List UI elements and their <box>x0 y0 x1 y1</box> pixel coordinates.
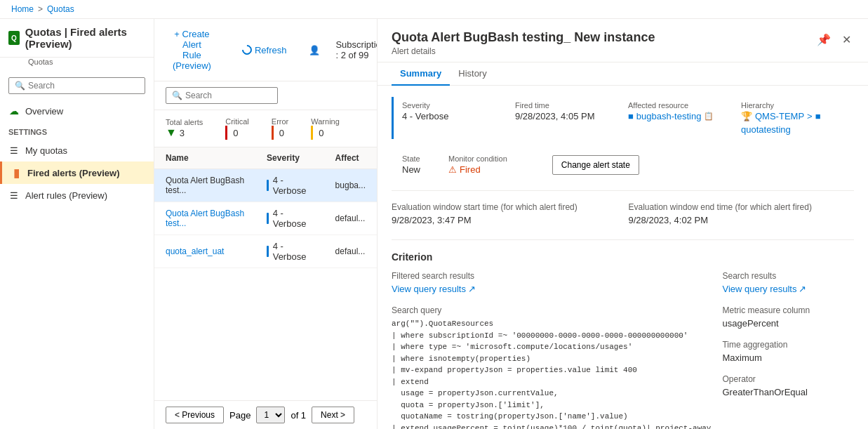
state-row: State New Monitor condition ⚠ Fired Chan… <box>392 150 854 179</box>
copy-icon[interactable]: 📋 <box>704 112 714 121</box>
hierarchy-value1[interactable]: QMS-TEMP <box>755 111 804 121</box>
list-icon: ☰ <box>8 145 20 156</box>
warning-value: 0 <box>319 128 323 138</box>
pin-button[interactable]: 📌 <box>814 30 834 49</box>
right-panel-subtitle: Alert details <box>392 46 814 56</box>
cell-severity: 4 - Verbose <box>255 169 324 202</box>
eval-start: Evaluation window start time (for which … <box>392 202 617 225</box>
external-link-icon2: ↗ <box>799 284 806 294</box>
rules-icon: ☰ <box>8 190 20 201</box>
breadcrumb-sep1: > <box>38 4 43 14</box>
subscription-value: 2 of 99 <box>341 50 369 60</box>
toolbar: + Create Alert Rule (Preview) Refresh 👤 … <box>154 19 377 81</box>
right-panel-body: Severity 4 - Verbose Fired time 9/28/202… <box>378 86 868 429</box>
table-header-row: Name Severity Affect <box>154 147 377 169</box>
quota-icon2: ■ <box>815 111 821 121</box>
breadcrumb-home[interactable]: Home <box>11 4 34 14</box>
criterion-title: Criterion <box>392 251 854 263</box>
sidebar-item-overview[interactable]: ☁ Overview <box>0 100 154 122</box>
external-link-icon: ↗ <box>468 284 476 294</box>
severity-indicator <box>267 213 269 224</box>
trophy-icon: 🏆 <box>741 111 752 121</box>
sidebar-search-box[interactable]: 🔍 <box>8 77 145 94</box>
tab-summary[interactable]: Summary <box>392 62 450 86</box>
filtered-search-link[interactable]: View query results ↗ <box>392 284 476 294</box>
list-search-icon: 🔍 <box>172 91 182 100</box>
warning-icon: ⚠ <box>448 164 457 175</box>
col-affect: Affect <box>324 147 377 169</box>
sidebar-item-fired-alerts[interactable]: ▮ Fired alerts (Preview) <box>0 161 154 184</box>
detail-hierarchy: Hierarchy 🏆 QMS-TEMP > ■ quotatesting <box>741 97 854 139</box>
error-value: 0 <box>279 128 284 138</box>
error-indicator <box>272 126 274 140</box>
state-value: New <box>402 164 420 175</box>
search-icon: 🔍 <box>15 81 25 91</box>
crit-operator: Operator GreaterThanOrEqual <box>722 374 854 397</box>
hierarchy-value2[interactable]: quotatesting <box>741 124 791 135</box>
eval-end: Evaluation window end time (for which al… <box>629 202 855 225</box>
eval-window: Evaluation window start time (for which … <box>392 190 854 225</box>
tab-history[interactable]: History <box>450 62 495 86</box>
detail-monitor-condition: Monitor condition ⚠ Fired <box>448 150 519 179</box>
critical-value: 0 <box>233 128 238 138</box>
sidebar-item-label-overview: Overview <box>25 106 63 117</box>
table-row[interactable]: Quota Alert BugBash test... 4 - Verbose … <box>154 169 377 202</box>
pagination: < Previous Page 1 of 1 Next > <box>154 400 377 429</box>
sidebar-item-label-alert-rules: Alert rules (Preview) <box>25 190 107 201</box>
cell-name[interactable]: quota_alert_uat <box>154 235 255 268</box>
next-button[interactable]: Next > <box>312 407 354 423</box>
cell-severity: 4 - Verbose <box>255 235 324 268</box>
col-severity: Severity <box>255 147 324 169</box>
severity-bar: 4 - Verbose <box>267 208 313 229</box>
sidebar-search-container: 🔍 <box>0 72 154 100</box>
affected-resource-value: bugbash-testing <box>636 111 702 121</box>
of-label: of 1 <box>291 410 306 421</box>
sidebar-item-alert-rules[interactable]: ☰ Alert rules (Preview) <box>0 184 154 206</box>
total-icon: ▼ <box>166 126 177 139</box>
cell-name: Quota Alert BugBash test... <box>154 169 255 202</box>
sidebar-item-label-fired-alerts: Fired alerts (Preview) <box>27 168 120 178</box>
list-search-box[interactable]: 🔍 <box>166 87 278 104</box>
warning-indicator <box>311 126 313 140</box>
table-row[interactable]: Quota Alert BugBash test... 4 - Verbose … <box>154 202 377 235</box>
close-button[interactable]: ✕ <box>839 30 854 49</box>
alerts-table: Name Severity Affect Quota Alert BugBash… <box>154 147 377 268</box>
change-alert-state-button[interactable]: Change alert state <box>552 155 639 175</box>
search-results-link[interactable]: View query results ↗ <box>722 284 806 294</box>
create-alert-rule-button[interactable]: + Create Alert Rule (Preview) <box>166 25 218 75</box>
previous-button[interactable]: < Previous <box>166 407 224 423</box>
refresh-button[interactable]: Refresh <box>235 41 294 60</box>
right-panel: Quota Alert BugBash testing_ New instanc… <box>377 19 868 429</box>
detail-fired-time: Fired time 9/28/2023, 4:05 PM <box>515 97 628 139</box>
hierarchy-sep: > <box>807 111 813 121</box>
cell-name[interactable]: Quota Alert BugBash test... <box>154 202 255 235</box>
page-label: Page <box>229 410 251 421</box>
total-value: 3 <box>180 128 185 138</box>
sidebar-search-input[interactable] <box>28 81 139 91</box>
search-query-text: arg("").QuotaResources | where subscript… <box>392 318 711 429</box>
severity-bar: 4 - Verbose <box>267 241 313 262</box>
user-settings-button[interactable]: 👤 <box>302 41 327 60</box>
table-row[interactable]: quota_alert_uat 4 - Verbose defaul... <box>154 235 377 268</box>
critical-indicator <box>225 126 227 140</box>
breadcrumb-quotas[interactable]: Quotas <box>47 4 74 14</box>
list-header: 🔍 <box>154 81 377 110</box>
stat-error: Error 0 <box>272 117 288 140</box>
right-panel-tabs: Summary History <box>378 62 868 86</box>
right-panel-title: Quota Alert BugBash testing_ New instanc… <box>392 30 814 45</box>
sidebar-item-label-my-quotas: My quotas <box>25 145 67 156</box>
detail-grid: Severity 4 - Verbose Fired time 9/28/202… <box>392 97 854 139</box>
criterion-grid: Filtered search results View query resul… <box>392 271 854 429</box>
sidebar-item-my-quotas[interactable]: ☰ My quotas <box>0 139 154 161</box>
page-select[interactable]: 1 <box>256 407 285 423</box>
crit-metric-measure: Metric measure column usagePercent <box>722 305 854 329</box>
stat-critical: Critical 0 <box>225 117 249 140</box>
severity-indicator <box>267 180 269 191</box>
sidebar-subtitle: Quotas <box>0 58 154 72</box>
cloud-icon: ☁ <box>8 105 20 117</box>
severity-bar: 4 - Verbose <box>267 175 313 196</box>
list-search-input[interactable] <box>185 91 272 100</box>
right-panel-actions: 📌 ✕ <box>814 30 854 49</box>
severity-indicator <box>267 246 269 257</box>
criterion-section: Criterion Filtered search results View q… <box>392 239 854 429</box>
